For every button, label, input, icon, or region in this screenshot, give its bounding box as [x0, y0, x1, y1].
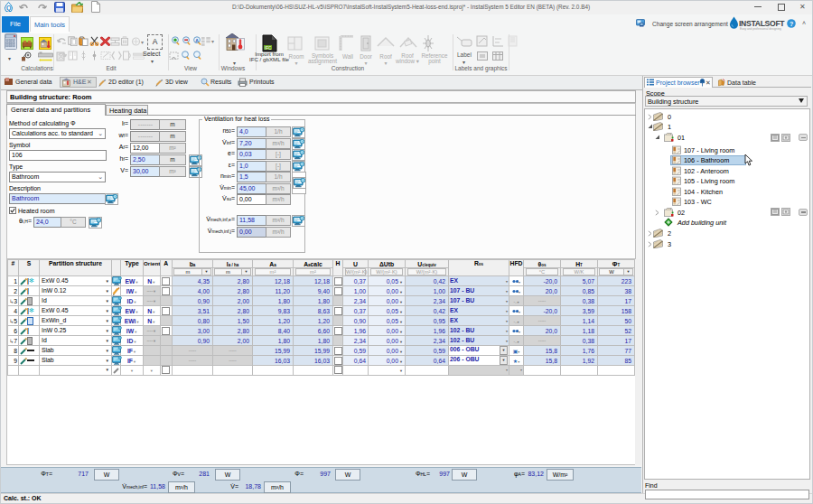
svg-text:A: A: [195, 38, 199, 43]
svg-text:Q: Q: [6, 5, 12, 12]
svg-text:?: ?: [790, 21, 793, 27]
svg-text:…: …: [183, 52, 188, 58]
svg-text:IFC: IFC: [265, 46, 272, 51]
